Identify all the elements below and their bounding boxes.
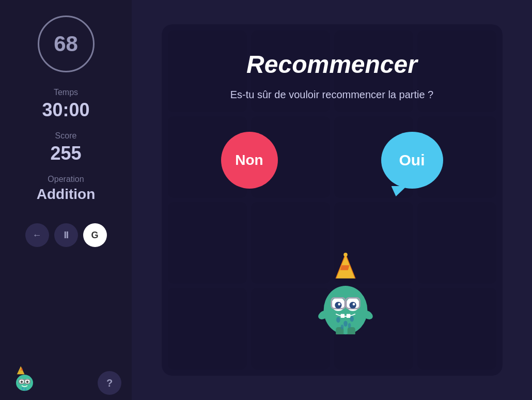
help-button[interactable]: ? [98, 371, 121, 395]
svg-point-11 [25, 388, 27, 391]
timer-circle: 68 [38, 16, 95, 72]
yes-label: Oui [399, 151, 425, 169]
back-button[interactable]: ← [25, 223, 49, 247]
mini-monster [10, 364, 41, 395]
svg-point-37 [348, 323, 351, 328]
grammarly-button[interactable]: G [83, 223, 107, 247]
controls: ← ⏸ G [25, 223, 107, 247]
sidebar-bottom: ? [0, 364, 132, 395]
svg-rect-21 [347, 327, 355, 334]
game-board: Recommencer Es-tu sûr de vouloir recomme… [162, 24, 503, 376]
confirm-modal: Recommencer Es-tu sûr de vouloir recomme… [162, 24, 503, 376]
modal-title: Recommencer [246, 50, 417, 79]
svg-rect-32 [346, 314, 350, 318]
svg-point-5 [21, 381, 23, 383]
time-value: 30:00 [42, 99, 89, 121]
svg-marker-15 [340, 265, 349, 270]
back-icon: ← [33, 230, 42, 241]
svg-point-27 [335, 302, 341, 309]
monster-character [312, 252, 379, 334]
temps-label: Temps [54, 88, 78, 97]
svg-point-10 [22, 387, 24, 390]
yes-button[interactable]: Oui [381, 132, 443, 189]
modal-buttons: Non Oui [221, 132, 443, 189]
pause-icon: ⏸ [61, 230, 71, 241]
svg-point-33 [336, 317, 340, 322]
score-label: Score [55, 131, 77, 141]
score-value: 255 [50, 143, 81, 164]
svg-point-17 [323, 286, 367, 334]
main-area: Recommencer Es-tu sûr de vouloir recomme… [132, 0, 532, 400]
timer-number: 68 [54, 32, 78, 56]
svg-point-35 [350, 316, 354, 321]
no-label: Non [235, 152, 263, 168]
modal-subtitle: Es-tu sûr de vouloir recommencer la part… [230, 89, 434, 101]
svg-point-34 [343, 321, 348, 327]
help-icon: ? [106, 377, 113, 389]
svg-point-29 [338, 303, 340, 305]
svg-point-28 [349, 302, 356, 309]
svg-point-6 [26, 381, 29, 383]
operation-label: Operation [48, 175, 84, 184]
operation-value: Addition [37, 186, 96, 203]
svg-point-16 [343, 253, 348, 257]
svg-rect-31 [340, 314, 345, 318]
pause-button[interactable]: ⏸ [54, 223, 78, 247]
grammarly-icon: G [91, 230, 98, 241]
svg-point-36 [340, 325, 343, 329]
svg-point-30 [352, 303, 355, 305]
no-button[interactable]: Non [221, 132, 278, 189]
sidebar: 68 Temps 30:00 Score 255 Operation Addit… [0, 0, 132, 400]
